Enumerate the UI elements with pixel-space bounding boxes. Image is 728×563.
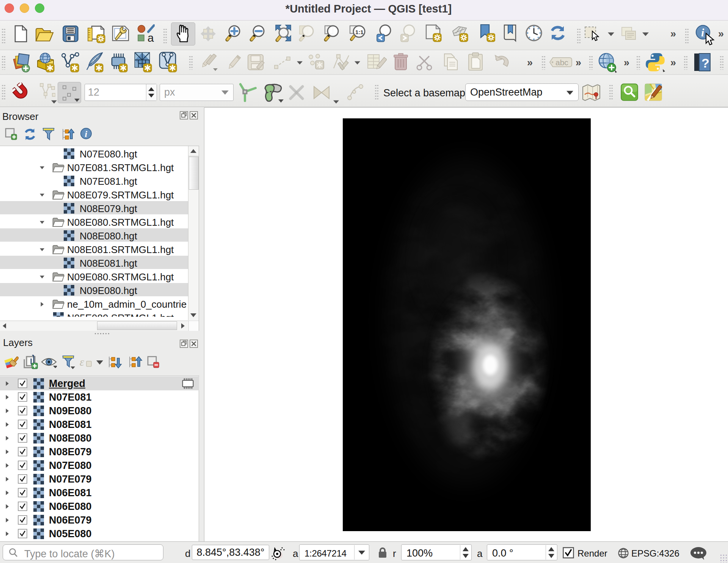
svg-text:?: ? (701, 56, 709, 70)
svg-text:i: i (85, 129, 88, 139)
svg-text:i: i (701, 26, 704, 39)
svg-text:1:1: 1:1 (355, 29, 364, 35)
svg-text:abc: abc (555, 58, 568, 67)
svg-text:a: a (147, 31, 154, 42)
svg-text:ε: ε (80, 356, 84, 368)
